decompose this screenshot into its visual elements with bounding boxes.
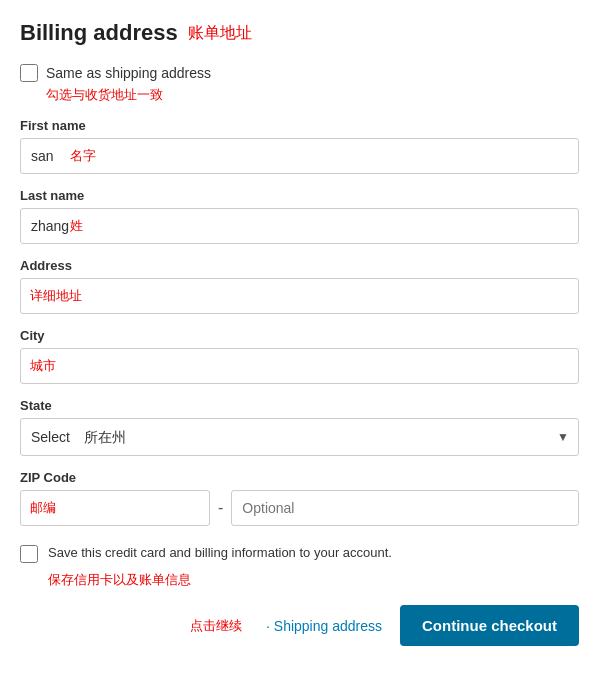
same-as-shipping-label: Same as shipping address <box>46 65 211 81</box>
first-name-input[interactable] <box>20 138 579 174</box>
address-label: Address <box>20 258 579 273</box>
zip-input[interactable] <box>20 490 210 526</box>
same-as-shipping-checkbox[interactable] <box>20 64 38 82</box>
zip-optional-input[interactable] <box>231 490 579 526</box>
continue-checkout-button[interactable]: Continue checkout <box>400 605 579 646</box>
last-name-input[interactable] <box>20 208 579 244</box>
page-title-row: Billing address 账单地址 <box>20 20 579 46</box>
page-title-en: Billing address <box>20 20 178 46</box>
state-select[interactable]: Select 所在州 Alabama Alaska Arizona Califo… <box>20 418 579 456</box>
page-title-cn: 账单地址 <box>188 23 252 44</box>
page-container: Billing address 账单地址 Same as shipping ad… <box>20 20 579 646</box>
address-input[interactable] <box>20 278 579 314</box>
first-name-group: First name 名字 <box>20 118 579 174</box>
state-select-wrap: Select 所在州 Alabama Alaska Arizona Califo… <box>20 418 579 456</box>
zip-group: ZIP Code 邮编 - <box>20 470 579 526</box>
last-name-label: Last name <box>20 188 579 203</box>
zip-row: 邮编 - <box>20 490 579 526</box>
save-card-row: Save this credit card and billing inform… <box>20 544 579 563</box>
first-name-input-wrap: 名字 <box>20 138 579 174</box>
address-group: Address 详细地址 <box>20 258 579 314</box>
state-label: State <box>20 398 579 413</box>
footer-cn-note: 点击继续 <box>20 617 242 635</box>
state-group: State Select 所在州 Alabama Alaska Arizona … <box>20 398 579 456</box>
save-card-label: Save this credit card and billing inform… <box>48 544 392 562</box>
same-as-shipping-cn: 勾选与收货地址一致 <box>46 86 579 104</box>
first-name-label: First name <box>20 118 579 133</box>
address-input-wrap: 详细地址 <box>20 278 579 314</box>
last-name-group: Last name 姓 <box>20 188 579 244</box>
save-card-cn: 保存信用卡以及账单信息 <box>48 571 579 589</box>
shipping-address-link[interactable]: · Shipping address <box>266 618 382 634</box>
city-input-wrap: 城市 <box>20 348 579 384</box>
city-label: City <box>20 328 579 343</box>
zip-label: ZIP Code <box>20 470 579 485</box>
save-card-checkbox[interactable] <box>20 545 38 563</box>
zip-dash: - <box>218 499 223 517</box>
last-name-input-wrap: 姓 <box>20 208 579 244</box>
same-as-shipping-row: Same as shipping address <box>20 64 579 82</box>
city-group: City 城市 <box>20 328 579 384</box>
city-input[interactable] <box>20 348 579 384</box>
footer-row: 点击继续 · Shipping address Continue checkou… <box>20 605 579 646</box>
